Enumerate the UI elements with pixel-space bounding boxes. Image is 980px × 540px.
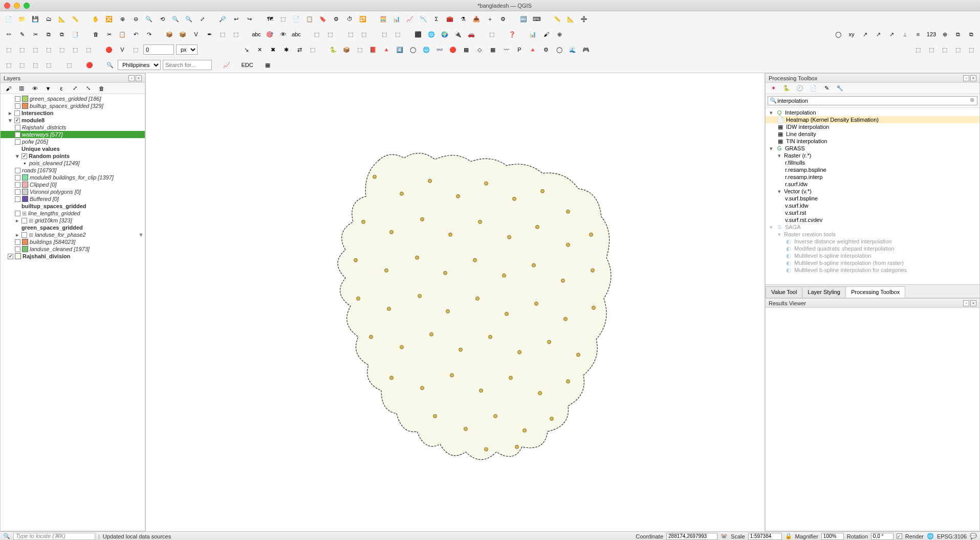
toolbar-button[interactable]: 🧰: [444, 13, 455, 25]
toolbar-button[interactable]: 🎯: [264, 29, 275, 40]
layer-remove-icon[interactable]: 🗑: [96, 83, 107, 94]
map-canvas[interactable]: [145, 73, 765, 531]
extents-icon[interactable]: 🐭: [721, 533, 728, 539]
layer-item[interactable]: buildings [584023]: [1, 238, 145, 245]
toolbar-button[interactable]: 〰: [500, 44, 512, 55]
panel-tab[interactable]: Layer Styling: [802, 286, 846, 298]
layer-visibility-checkbox[interactable]: [15, 189, 20, 195]
toolbar-button[interactable]: ⬚: [379, 29, 390, 40]
toolbar-button[interactable]: ⏱: [344, 13, 355, 25]
layer-item[interactable]: roads [16793]: [1, 167, 145, 174]
layer-item[interactable]: waterways [577]: [1, 131, 145, 138]
toolbar-button[interactable]: [207, 44, 218, 55]
toolbar-button[interactable]: ↶: [130, 29, 141, 40]
panel-tab[interactable]: Processing Toolbox: [845, 286, 905, 298]
toolbar-button[interactable]: 📄: [3, 13, 14, 25]
toolbar-button[interactable]: ⊖: [130, 13, 141, 25]
toolbar-button[interactable]: ✂: [103, 29, 115, 40]
angle-unit-select[interactable]: px: [176, 44, 198, 55]
toolbar-button[interactable]: ↗: [873, 29, 884, 40]
processing-tree-item[interactable]: v.surf.bspline: [766, 195, 979, 202]
layer-item[interactable]: •pois_cleaned [1249]: [1, 160, 145, 167]
region-select[interactable]: Philippines: [118, 60, 161, 70]
toolbar-button[interactable]: ▦: [487, 44, 498, 55]
toolbar-button[interactable]: ✋: [90, 13, 101, 25]
proc-history-icon[interactable]: 🕘: [794, 83, 805, 94]
panel-close-button[interactable]: ×: [136, 75, 142, 81]
toolbar-button[interactable]: ⬚: [358, 29, 369, 40]
toolbar-button[interactable]: ➗: [578, 13, 590, 25]
processing-tree-item[interactable]: ◐Multilevel b-spline interpolation: [766, 252, 979, 259]
toolbar-button[interactable]: 🔍: [170, 13, 181, 25]
toolbar-button[interactable]: 🌍: [439, 29, 450, 40]
toolbar-button[interactable]: ⚙: [540, 44, 552, 55]
toolbar-button[interactable]: ⬚: [16, 44, 28, 55]
layer-item[interactable]: builtup_spaces_gridded [329]: [1, 102, 145, 109]
maximize-window-button[interactable]: [24, 3, 30, 9]
toolbar-button[interactable]: 4️⃣: [394, 44, 405, 55]
toolbar-button[interactable]: Σ: [431, 13, 442, 25]
toolbar-button[interactable]: ⬚: [63, 59, 75, 71]
toolbar-button[interactable]: V: [117, 44, 128, 55]
toolbar-button[interactable]: 🐍: [328, 44, 339, 55]
layer-filter-icon[interactable]: ▼: [42, 83, 54, 94]
layer-item[interactable]: green_spaces_gridded [186]: [1, 95, 145, 102]
toolbar-button[interactable]: 📐: [565, 13, 576, 25]
toolbar-button[interactable]: ⬚: [307, 44, 318, 55]
toolbar-button[interactable]: 🗺: [264, 13, 275, 25]
layer-expr-icon[interactable]: ε: [56, 83, 67, 94]
toolbar-button[interactable]: ⬚: [70, 44, 81, 55]
toolbar-button[interactable]: ⬚: [3, 59, 14, 71]
toolbar-button[interactable]: 🚗: [466, 29, 477, 40]
crs-icon[interactable]: 🌐: [927, 533, 934, 539]
layer-style-icon[interactable]: 🖌: [3, 83, 14, 94]
toolbar-button[interactable]: ⬚: [392, 29, 403, 40]
nominatim-search-input[interactable]: [163, 60, 212, 70]
panel-undock-button[interactable]: ▫: [963, 300, 969, 306]
processing-tree-item[interactable]: ▾SSAGA: [766, 223, 979, 231]
layer-visibility-checkbox[interactable]: [15, 139, 20, 145]
layer-visibility-checkbox[interactable]: [14, 118, 20, 123]
processing-algorithm-tree[interactable]: ▾QInterpolation📄Heatmap (Kernel Density …: [766, 108, 979, 284]
layer-item[interactable]: Buffered [0]: [1, 195, 145, 202]
layer-item[interactable]: Voronoi polygons [0]: [1, 188, 145, 195]
toolbar-button[interactable]: ⬚: [354, 44, 365, 55]
toolbar-button[interactable]: 123: [926, 29, 937, 40]
toolbar-button[interactable]: ⊕: [554, 29, 565, 40]
toolbar-button[interactable]: 📕: [367, 44, 379, 55]
toolbar-button[interactable]: ⬚: [230, 29, 242, 40]
toolbar-button[interactable]: ⬚: [30, 59, 41, 71]
toolbar-button[interactable]: ⬚: [43, 44, 54, 55]
toolbar-button[interactable]: 📦: [341, 44, 352, 55]
messages-icon[interactable]: 💬: [970, 533, 977, 539]
toolbar-button[interactable]: 🔤: [518, 13, 529, 25]
toolbar-button[interactable]: abc: [291, 29, 302, 40]
layer-visibility-checkbox[interactable]: [21, 153, 27, 159]
toolbar-button[interactable]: 📄: [291, 13, 302, 25]
layer-expand-icon[interactable]: ⤢: [69, 83, 80, 94]
toolbar-button[interactable]: ⬚: [926, 44, 937, 55]
expand-icon[interactable]: ▾: [15, 153, 20, 160]
toolbar-button[interactable]: 🔀: [103, 13, 115, 25]
toolbar-button[interactable]: xy: [846, 29, 857, 40]
toolbar-button[interactable]: 📦: [164, 29, 175, 40]
layer-visibility-checkbox[interactable]: [15, 132, 20, 138]
toolbar-button[interactable]: 🗑: [90, 29, 101, 40]
panel-close-button[interactable]: ×: [970, 300, 976, 306]
processing-tree-item[interactable]: ▦TIN interpolation: [766, 138, 979, 145]
processing-tree-item[interactable]: v.surf.rst: [766, 209, 979, 216]
toolbar-button[interactable]: 📑: [70, 29, 81, 40]
toolbar-button[interactable]: abc: [251, 29, 262, 40]
toolbar-button[interactable]: ⚗: [458, 13, 469, 25]
toolbar-button[interactable]: 📊: [391, 13, 402, 25]
expand-icon[interactable]: ▾: [8, 117, 13, 124]
proc-results-icon[interactable]: 📄: [808, 83, 819, 94]
toolbar-button[interactable]: 📏: [70, 13, 81, 25]
magnifier-value[interactable]: [821, 533, 844, 540]
toolbar-button[interactable]: 🔍: [183, 13, 194, 25]
layer-tree[interactable]: green_spaces_gridded [186]builtup_spaces…: [1, 94, 145, 531]
layer-item[interactable]: ⊞line_lengths_gridded: [1, 210, 145, 217]
expand-icon[interactable]: ▾: [777, 231, 782, 238]
toolbar-button[interactable]: ≡: [912, 29, 924, 40]
toolbar-button[interactable]: 🖌: [540, 29, 552, 40]
